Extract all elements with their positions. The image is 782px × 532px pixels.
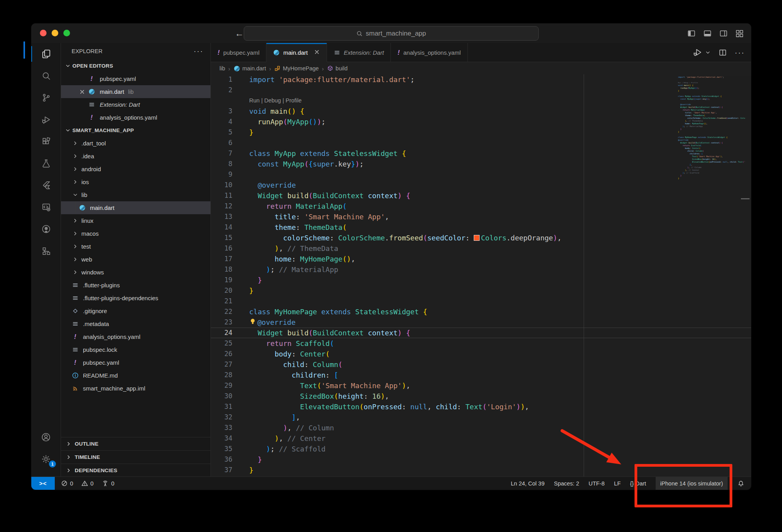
layout-grid-icon[interactable] <box>735 29 744 38</box>
tree-item-lib[interactable]: lib <box>61 188 210 201</box>
activity-item-source-control[interactable] <box>31 87 61 109</box>
open-editor-main.dart[interactable]: main.dartlib <box>61 85 210 98</box>
tree-item-windows[interactable]: windows <box>61 266 210 279</box>
activity-item-flutter[interactable] <box>31 174 61 196</box>
chevron-right-icon <box>72 244 78 249</box>
tree-item-android[interactable]: android <box>61 163 210 176</box>
remote-indicator[interactable]: >< <box>31 477 55 490</box>
tab-analysis_options.yaml[interactable]: !analysis_options.yaml <box>391 43 467 62</box>
devtools-icon <box>41 202 51 212</box>
minimap[interactable]: import 'package:flutter/material.dart';R… <box>678 76 745 183</box>
tree-item-ios[interactable]: ios <box>61 176 210 188</box>
tab-label: main.dart <box>283 49 308 56</box>
list-icon <box>72 295 79 301</box>
status-error-circle[interactable]: 0 <box>61 480 73 487</box>
open-editor-pubspec.yaml[interactable]: !pubspec.yaml <box>61 72 210 85</box>
panel-bottom-icon[interactable] <box>703 29 712 38</box>
tree-item-pubspec.yaml[interactable]: !pubspec.yaml <box>61 356 210 369</box>
chevron-right-icon <box>66 441 72 447</box>
chevron-down-icon[interactable] <box>705 50 711 56</box>
breadcrumb-item-MyHomePage[interactable]: MyHomePage <box>274 65 319 72</box>
flutter-icon <box>41 180 51 190</box>
panel-left-icon[interactable] <box>687 29 696 38</box>
close-window-button[interactable] <box>40 30 47 36</box>
codelens-run-debug-profile[interactable]: Run | Debug | Profile <box>211 95 751 106</box>
line-number: 31 <box>211 401 232 412</box>
project-root-header[interactable]: SMART_MACHINE_APP <box>61 124 210 137</box>
tree-item-.dart_tool[interactable]: .dart_tool <box>61 137 210 150</box>
status-item-bell-icon[interactable] <box>737 477 745 490</box>
breadcrumb-item-lib[interactable]: lib <box>219 65 225 72</box>
tree-item-.flutter-plugins-dependencies[interactable]: .flutter-plugins-dependencies <box>61 292 210 305</box>
status-item-lf[interactable]: LF <box>614 477 621 490</box>
zoom-window-button[interactable] <box>63 30 70 36</box>
sidebar-section-dependencies[interactable]: DEPENDENCIES <box>61 464 210 477</box>
tab-Extension: Dart[interactable]: Extension: Dart <box>327 43 391 62</box>
activity-item-devtools[interactable] <box>31 196 61 218</box>
split-editor-icon[interactable] <box>718 48 727 57</box>
dart-icon <box>88 88 95 95</box>
tree-item-.metadata[interactable]: .metadata <box>61 317 210 330</box>
status-item-ln-24-col-39[interactable]: Ln 24, Col 39 <box>511 477 545 490</box>
navigate-back-button[interactable]: ← <box>235 28 244 39</box>
sidebar-section-outline[interactable]: OUTLINE <box>61 437 210 450</box>
tree-item-web[interactable]: web <box>61 253 210 266</box>
open-editor-analysis_options.yaml[interactable]: !analysis_options.yaml <box>61 111 210 124</box>
chevron-down-icon <box>72 192 78 198</box>
tree-item-analysis_options.yaml[interactable]: !analysis_options.yaml <box>61 330 210 343</box>
section-label: OUTLINE <box>75 441 99 447</box>
tree-item-README.md[interactable]: README.md <box>61 369 210 382</box>
code-line-36: 36 } <box>211 454 751 465</box>
breadcrumb-item-main.dart[interactable]: main.dart <box>234 65 266 72</box>
sidebar-section-timeline[interactable]: TIMELINE <box>61 450 210 464</box>
activity-item-hierarchy[interactable] <box>31 240 61 262</box>
panel-right-icon[interactable] <box>719 29 728 38</box>
more-actions-icon[interactable]: ··· <box>735 48 745 56</box>
status-broadcast-tower[interactable]: 0 <box>101 480 114 487</box>
activity-item-search[interactable] <box>31 65 61 87</box>
breadcrumb[interactable]: lib›main.dart›MyHomePage›build <box>211 62 751 75</box>
line-number: 26 <box>211 349 232 359</box>
code-line-21: 21 <box>211 296 751 306</box>
minimize-window-button[interactable] <box>52 30 58 36</box>
status-item-spaces-2[interactable]: Spaces: 2 <box>554 477 579 490</box>
close-icon[interactable] <box>314 49 320 56</box>
open-editors-header[interactable]: OPEN EDITORS <box>61 59 210 72</box>
code-editor[interactable]: 1import 'package:flutter/material.dart';… <box>211 74 751 477</box>
activity-item-settings-gear[interactable]: 1 <box>31 448 61 470</box>
activity-item-run-debug[interactable] <box>31 109 61 131</box>
code-line-12: 12 return MaterialApp( <box>211 201 751 211</box>
status-item-utf-8[interactable]: UTF-8 <box>588 477 604 490</box>
tree-item-.flutter-plugins[interactable]: .flutter-plugins <box>61 279 210 292</box>
line-number: 15 <box>211 233 232 243</box>
tree-item-pubspec.lock[interactable]: pubspec.lock <box>61 343 210 356</box>
tree-item-.gitignore[interactable]: .gitignore <box>61 305 210 317</box>
tree-item-.idea[interactable]: .idea <box>61 150 210 163</box>
activity-item-github[interactable] <box>31 218 61 240</box>
tree-item-smart_machine_app.iml[interactable]: smart_machine_app.iml <box>61 382 210 395</box>
tab-pubspec.yaml[interactable]: !pubspec.yaml <box>211 43 266 62</box>
code-line-32: 32 ], <box>211 412 751 423</box>
tree-item-test[interactable]: test <box>61 240 210 253</box>
lightbulb-icon[interactable] <box>249 317 257 328</box>
close-icon[interactable] <box>77 89 87 95</box>
tab-main.dart[interactable]: main.dart <box>266 43 327 62</box>
activity-item-explorer[interactable] <box>31 43 61 65</box>
activity-item-account[interactable] <box>31 426 61 448</box>
line-number: 16 <box>211 243 232 254</box>
breadcrumb-item-build[interactable]: build <box>327 65 348 72</box>
vscode-window: ← → smart_machine_app 1 EXPLORER ··· OPE… <box>31 23 751 490</box>
activity-item-extensions[interactable] <box>31 131 61 152</box>
status-warning-triangle[interactable]: 0 <box>81 480 93 487</box>
tree-item-main.dart[interactable]: main.dart <box>61 201 210 214</box>
open-editor-Extension: Dart[interactable]: Extension: Dart <box>61 98 210 111</box>
command-center-search[interactable]: smart_machine_app <box>244 26 539 41</box>
tree-item-label: ios <box>81 179 89 185</box>
run-or-debug-icon[interactable] <box>693 48 702 57</box>
sidebar-more-actions[interactable]: ··· <box>194 47 203 56</box>
activity-item-testing[interactable] <box>31 152 61 174</box>
window-controls <box>40 30 70 36</box>
tree-item-macos[interactable]: macos <box>61 227 210 240</box>
chevron-right-icon <box>66 454 72 460</box>
tree-item-linux[interactable]: linux <box>61 214 210 227</box>
